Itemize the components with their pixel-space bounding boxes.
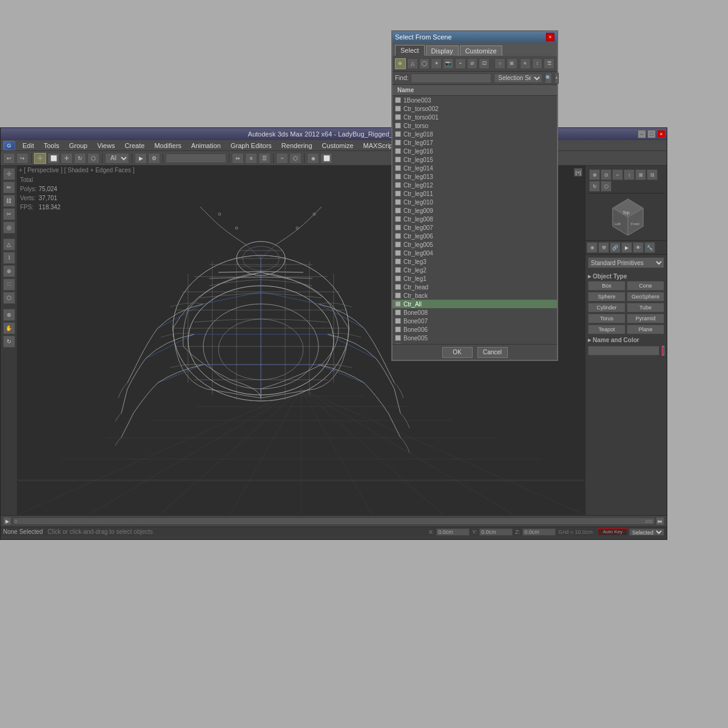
list-item[interactable]: Ctr_leg011 [393, 189, 557, 198]
lt-shapes[interactable]: △ [3, 238, 15, 251]
menu-group[interactable]: Group [67, 141, 90, 150]
named-selection-input[interactable] [166, 153, 226, 163]
list-item[interactable]: Bone007 [393, 317, 557, 325]
rp-hierarchy[interactable]: 🔗 [610, 242, 621, 253]
dt-camera-btn[interactable]: 📷 [443, 58, 454, 69]
list-item[interactable]: Ctr_leg3 [393, 257, 557, 266]
dialog-tab-select[interactable]: Select [395, 45, 425, 56]
dt-helper-btn[interactable]: + [455, 58, 466, 69]
tb-material-editor[interactable]: ◈ [307, 153, 319, 164]
list-item[interactable]: Ctr_leg1 [393, 274, 557, 283]
dt-all-btn[interactable]: ⊕ [395, 58, 406, 69]
ot-geosphere[interactable]: GeoSphere [627, 292, 664, 302]
list-item[interactable]: Bone006 [393, 325, 557, 334]
dt-none-btn[interactable]: ○ [494, 58, 505, 69]
list-item[interactable]: Ctr_leg016 [393, 147, 557, 155]
lt-zoom[interactable]: ⊕ [3, 309, 15, 321]
nav-btn6[interactable]: ⊟ [647, 169, 658, 180]
rp-modify[interactable]: ⚒ [598, 242, 609, 253]
tb-render-type[interactable]: ⬜ [320, 153, 332, 164]
lt-select[interactable]: ☩ [3, 168, 15, 180]
list-item[interactable]: Ctr_back [393, 291, 557, 300]
tb-curve-editor[interactable]: ~ [276, 153, 288, 164]
ot-teapot[interactable]: Teapot [588, 325, 625, 334]
menu-customize[interactable]: Customize [320, 141, 356, 150]
ot-tube[interactable]: Tube [627, 303, 664, 312]
tb-select[interactable]: ☩ [34, 153, 46, 164]
find-add-btn[interactable]: + [554, 73, 559, 84]
menu-tools[interactable]: Tools [41, 141, 62, 150]
z-input[interactable] [522, 528, 556, 536]
nav-btn3[interactable]: ↔ [612, 169, 623, 180]
list-item[interactable]: Ctr_leg013 [393, 172, 557, 181]
lt-unlink[interactable]: ✂ [3, 208, 15, 220]
list-item[interactable]: Ctr_torso001 [393, 113, 557, 121]
list-item[interactable]: Bone008 [393, 308, 557, 317]
lt-patch[interactable]: ⬡ [3, 292, 15, 304]
list-item[interactable]: Ctr_leg005 [393, 240, 557, 249]
tb-render[interactable]: ▶ [135, 153, 147, 164]
tb-redo[interactable]: ↪ [16, 153, 29, 164]
list-item[interactable]: Ctr_leg010 [393, 198, 557, 206]
x-input[interactable] [436, 528, 470, 536]
rp-create[interactable]: ⊕ [587, 242, 598, 253]
tb-mirror[interactable]: ⇔ [232, 153, 244, 164]
dt-space-btn[interactable]: ⊘ [467, 58, 478, 69]
filter-dropdown[interactable]: All [105, 153, 129, 164]
dt-view-btn[interactable]: ≡ [520, 58, 531, 69]
color-swatch[interactable] [662, 346, 664, 356]
nav-btn8[interactable]: ⬡ [601, 181, 612, 192]
scene-object-list[interactable]: 1Bone003Ctr_torso002Ctr_torso001Ctr_tors… [393, 96, 557, 344]
selection-set-dropdown[interactable]: Selection Set [494, 73, 542, 83]
vp-maximize-btn[interactable]: [+] [574, 168, 582, 177]
lt-paint[interactable]: ✏ [3, 181, 15, 194]
tb-render-setup[interactable]: ⚙ [148, 153, 160, 164]
list-item[interactable]: Ctr_leg004 [393, 249, 557, 257]
list-item[interactable]: Ctr_torso002 [393, 104, 557, 113]
dialog-cancel-btn[interactable]: Cancel [477, 347, 508, 358]
lt-arc-rotate[interactable]: ↻ [3, 335, 15, 348]
list-item[interactable]: Ctr_leg018 [393, 130, 557, 138]
tb-layer[interactable]: ☰ [258, 153, 271, 164]
rp-utilities[interactable]: 🔧 [644, 242, 655, 253]
dt-sort-btn[interactable]: ↕ [532, 58, 543, 69]
dt-bones-btn[interactable]: ⚀ [479, 58, 490, 69]
end-btn[interactable]: ⏭ [656, 517, 664, 525]
tb-rotate[interactable]: ↻ [74, 153, 86, 164]
lt-nurbs[interactable]: ⌇ [3, 252, 15, 264]
lt-particles[interactable]: ∷ [3, 278, 15, 291]
ot-cylinder[interactable]: Cylinder [588, 303, 625, 312]
play-btn[interactable]: ▶ [3, 517, 12, 525]
list-item[interactable]: Ctr_leg014 [393, 164, 557, 172]
auto-key-btn[interactable]: Auto Key [598, 528, 628, 536]
menu-views[interactable]: Views [95, 141, 117, 150]
selected-dropdown[interactable]: Selected [629, 528, 664, 536]
menu-graph-editors[interactable]: Graph Editors [228, 141, 274, 150]
timeline-track[interactable]: 0 100 [13, 517, 655, 525]
menu-rendering[interactable]: Rendering [279, 141, 315, 150]
dialog-close-btn[interactable]: × [546, 33, 554, 41]
nav-btn2[interactable]: ⊙ [601, 169, 612, 180]
dialog-tab-display[interactable]: Display [426, 46, 459, 56]
lt-bind[interactable]: ◎ [3, 221, 15, 234]
ot-box[interactable]: Box [588, 281, 625, 291]
tb-move[interactable]: ✛ [61, 153, 73, 164]
menu-create[interactable]: Create [122, 141, 147, 150]
tb-select-region[interactable]: ⬜ [47, 153, 59, 164]
dialog-ok-btn[interactable]: OK [442, 347, 473, 358]
dt-display-btn[interactable]: ☰ [544, 58, 554, 69]
primitives-dropdown[interactable]: Standard Primitives [588, 257, 664, 268]
nav-btn7[interactable]: ↻ [589, 181, 600, 192]
list-item[interactable]: Ctr_leg009 [393, 206, 557, 215]
lt-link[interactable]: ⛓ [3, 195, 15, 207]
list-item[interactable]: Ctr_All [393, 300, 557, 308]
dt-invert-btn[interactable]: ⊞ [507, 58, 517, 69]
nav-btn5[interactable]: ⊞ [635, 169, 646, 180]
tb-align[interactable]: ≡ [245, 153, 257, 164]
list-item[interactable]: Ctr_leg006 [393, 232, 557, 240]
rp-motion[interactable]: ▶ [621, 242, 632, 253]
maximize-button[interactable]: □ [647, 130, 656, 138]
dt-light-btn[interactable]: ☀ [431, 58, 442, 69]
find-input[interactable] [411, 73, 491, 83]
close-button[interactable]: × [657, 130, 666, 138]
